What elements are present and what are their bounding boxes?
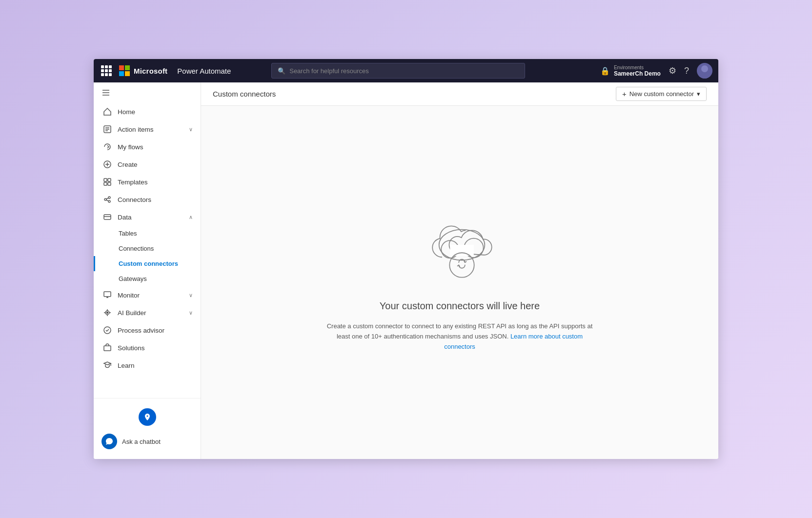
svg-point-1 bbox=[699, 73, 710, 79]
chatbot-icon bbox=[102, 434, 117, 449]
sidebar-subitem-custom-connectors[interactable]: Custom connectors bbox=[94, 256, 201, 271]
sidebar-item-monitor[interactable]: Monitor ∨ bbox=[94, 286, 201, 304]
svg-point-13 bbox=[104, 199, 106, 200]
settings-button[interactable]: ⚙ bbox=[669, 65, 676, 76]
sidebar-item-templates[interactable]: Templates bbox=[94, 173, 201, 191]
environment-selector[interactable]: 🔒 Environments SameerCh Demo bbox=[600, 65, 661, 77]
svg-rect-12 bbox=[108, 182, 111, 185]
sidebar-toggle-button[interactable] bbox=[94, 82, 201, 103]
global-search-bar[interactable]: 🔍 bbox=[271, 63, 525, 79]
data-chevron: ∧ bbox=[189, 214, 193, 220]
ai-builder-chevron: ∨ bbox=[189, 310, 193, 316]
cloud-connector-illustration bbox=[416, 213, 504, 291]
sidebar-item-solutions[interactable]: Solutions bbox=[94, 339, 201, 357]
svg-rect-30 bbox=[104, 346, 111, 351]
plus-icon: + bbox=[622, 90, 627, 98]
sidebar-item-home[interactable]: Home bbox=[94, 103, 201, 120]
location-pin-button[interactable] bbox=[139, 408, 156, 426]
content-area: Custom connectors + New custom connector… bbox=[201, 82, 718, 459]
sidebar-subitem-tables[interactable]: Tables bbox=[94, 226, 201, 241]
user-avatar[interactable] bbox=[697, 63, 712, 79]
page-title: Custom connectors bbox=[213, 90, 276, 98]
svg-rect-10 bbox=[108, 179, 111, 181]
svg-rect-11 bbox=[104, 182, 107, 185]
caret-icon: ▾ bbox=[697, 90, 700, 98]
sidebar-item-connectors[interactable]: Connectors bbox=[94, 191, 201, 208]
environment-icon: 🔒 bbox=[600, 66, 610, 76]
sidebar-subitem-gateways[interactable]: Gateways bbox=[94, 271, 201, 286]
chatbot-label: Ask a chatbot bbox=[122, 438, 161, 445]
svg-rect-20 bbox=[104, 292, 111, 297]
sidebar-subitem-connections[interactable]: Connections bbox=[94, 241, 201, 256]
environment-name: SameerCh Demo bbox=[614, 70, 661, 77]
new-custom-connector-button[interactable]: + New custom connector ▾ bbox=[616, 87, 707, 101]
svg-rect-9 bbox=[104, 179, 107, 181]
action-items-chevron: ∨ bbox=[189, 126, 193, 133]
sidebar-item-ai-builder[interactable]: AI Builder ∨ bbox=[94, 304, 201, 321]
svg-rect-18 bbox=[104, 215, 111, 219]
svg-line-16 bbox=[106, 198, 108, 199]
search-icon: 🔍 bbox=[278, 67, 285, 75]
search-input[interactable] bbox=[289, 67, 519, 75]
sidebar-item-action-items[interactable]: Action items ∨ bbox=[94, 120, 201, 138]
environment-label: Environments bbox=[614, 65, 661, 70]
svg-point-35 bbox=[449, 253, 474, 278]
empty-state-container: Your custom connectors will live here Cr… bbox=[201, 106, 718, 459]
monitor-chevron: ∨ bbox=[189, 292, 193, 299]
svg-point-15 bbox=[108, 200, 110, 202]
sidebar-bottom-section: Ask a chatbot bbox=[94, 398, 201, 459]
top-navigation-bar: Microsoft Power Automate 🔍 🔒 Environment… bbox=[94, 59, 718, 82]
sidebar-item-create[interactable]: Create bbox=[94, 156, 201, 173]
sidebar-item-learn[interactable]: Learn bbox=[94, 357, 201, 374]
sidebar-item-my-flows[interactable]: My flows bbox=[94, 138, 201, 156]
svg-point-14 bbox=[108, 197, 110, 199]
sidebar-item-process-advisor[interactable]: Process advisor bbox=[94, 321, 201, 339]
svg-point-24 bbox=[107, 312, 108, 314]
content-header: Custom connectors + New custom connector… bbox=[201, 82, 718, 106]
top-right-actions: 🔒 Environments SameerCh Demo ⚙ ? bbox=[600, 63, 712, 79]
help-button[interactable]: ? bbox=[684, 66, 689, 76]
company-name: Microsoft bbox=[134, 67, 167, 75]
svg-line-17 bbox=[106, 200, 108, 201]
ask-chatbot-button[interactable]: Ask a chatbot bbox=[94, 430, 201, 453]
waffle-menu-button[interactable] bbox=[100, 64, 113, 78]
svg-point-0 bbox=[701, 65, 708, 72]
app-name: Power Automate bbox=[177, 67, 231, 75]
empty-state-title: Your custom connectors will live here bbox=[380, 300, 540, 312]
main-layout: Home Action items ∨ My flows bbox=[94, 82, 718, 459]
empty-state-description: Create a custom connector to connect to … bbox=[323, 321, 596, 352]
sidebar: Home Action items ∨ My flows bbox=[94, 82, 201, 459]
svg-rect-34 bbox=[450, 245, 474, 256]
sidebar-item-data[interactable]: Data ∧ bbox=[94, 208, 201, 226]
microsoft-logo: Microsoft bbox=[119, 65, 167, 76]
